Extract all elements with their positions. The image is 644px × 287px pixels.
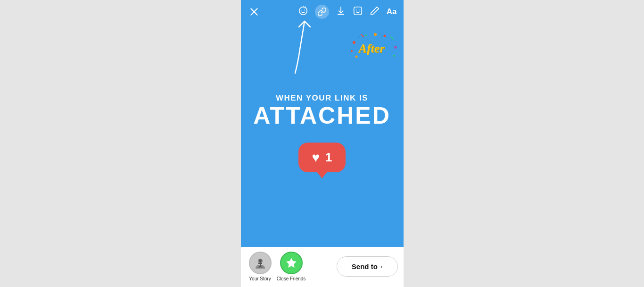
emoji-icon[interactable] (298, 6, 308, 18)
story-subtitle: WHEN YOUR LINK IS (253, 93, 391, 103)
close-friends-avatar (280, 252, 303, 274)
svg-point-22 (259, 259, 262, 262)
toolbar-right-icons: Aa (298, 5, 397, 19)
svg-point-6 (356, 9, 357, 10)
svg-point-12 (383, 35, 386, 37)
your-story-label: Your Story (249, 276, 271, 281)
svg-point-11 (374, 33, 377, 36)
svg-point-7 (359, 9, 360, 10)
svg-point-2 (299, 7, 307, 15)
svg-point-17 (351, 50, 353, 52)
like-count: 1 (325, 150, 332, 165)
main-text: WHEN YOUR LINK IS ATTACHED (253, 93, 391, 127)
heart-icon: ♥ (312, 151, 320, 164)
right-background (404, 0, 644, 287)
your-story-option[interactable]: Your Story (247, 252, 274, 281)
svg-line-19 (380, 34, 382, 36)
svg-point-13 (391, 39, 393, 41)
send-to-arrow-icon: › (380, 263, 382, 270)
like-notification: ♥ 1 (298, 143, 345, 172)
left-background (0, 0, 241, 287)
close-button[interactable] (248, 5, 261, 18)
page-wrapper: Aa (0, 0, 644, 287)
pencil-icon[interactable] (370, 6, 380, 18)
story-title: ATTACHED (253, 104, 391, 127)
svg-point-4 (304, 9, 305, 10)
toolbar: Aa (241, 0, 404, 24)
sticker-icon[interactable] (353, 6, 363, 18)
story-content: Aa (241, 0, 404, 247)
your-story-avatar (249, 252, 272, 274)
close-friends-option[interactable]: Close Friends (277, 252, 306, 281)
svg-point-14 (394, 46, 397, 49)
text-style-button[interactable]: Aa (387, 7, 397, 17)
download-icon[interactable] (336, 6, 346, 18)
link-icon[interactable] (315, 5, 329, 19)
phone-container: Aa (241, 0, 404, 287)
svg-line-18 (361, 34, 363, 37)
svg-point-3 (301, 9, 302, 10)
bottom-bar: Your Story Close Friends Send to › (241, 247, 404, 287)
send-to-label: Send to (352, 262, 378, 270)
close-friends-label: Close Friends (277, 276, 306, 281)
svg-line-20 (391, 37, 393, 39)
svg-rect-5 (354, 7, 362, 15)
svg-point-15 (393, 55, 395, 57)
send-to-button[interactable]: Send to › (337, 256, 398, 277)
after-sticker: After (354, 38, 389, 59)
drawing-arrow (276, 17, 328, 78)
svg-point-10 (365, 34, 367, 36)
